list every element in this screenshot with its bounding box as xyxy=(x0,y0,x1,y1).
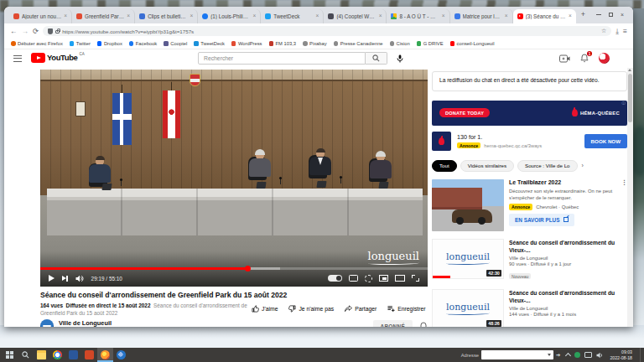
back-button[interactable]: ← xyxy=(10,28,18,35)
related-video[interactable]: longueuil 42:30 Séance du conseil d'arro… xyxy=(432,239,627,282)
chips-scroll-icon[interactable]: › xyxy=(582,163,584,168)
taskbar-search-button[interactable] xyxy=(18,348,34,362)
tab-close-icon[interactable]: × xyxy=(64,13,67,19)
firefox-icon-active[interactable] xyxy=(97,348,113,362)
maximize-button[interactable] xyxy=(609,13,613,17)
bookmark-item[interactable]: Twitter xyxy=(70,41,91,46)
browser-tab[interactable]: 8 - A O Û T - Google D × xyxy=(387,9,449,23)
promoted-thumbnail[interactable] xyxy=(432,179,504,231)
volume-tray-icon[interactable] xyxy=(596,352,604,359)
hidden-icons-chevron[interactable] xyxy=(565,353,571,359)
new-tab-button[interactable]: + xyxy=(576,10,590,20)
chip-source[interactable]: Source : Ville de Lo xyxy=(517,160,578,172)
bookmark-item[interactable]: conseil-Longueuil xyxy=(450,41,495,46)
fullscreen-icon[interactable] xyxy=(412,275,419,282)
tracking-shield-icon[interactable] xyxy=(48,28,53,34)
bookmark-star-icon[interactable]: ☆ xyxy=(601,28,606,34)
address-input[interactable] xyxy=(481,350,553,359)
create-video-icon[interactable] xyxy=(559,54,570,63)
bookmark-item[interactable]: FM 103,3 xyxy=(269,41,297,46)
learn-more-button[interactable]: EN SAVOIR PLUS xyxy=(509,214,574,226)
reload-button[interactable]: ⟳ xyxy=(33,28,39,35)
share-button[interactable]: Partager xyxy=(345,305,377,313)
browser-tab[interactable]: (4) Cooptel Webmail × xyxy=(324,9,387,23)
chip-tout[interactable]: Tout xyxy=(432,160,457,172)
scroll-up-arrow[interactable] xyxy=(628,69,631,71)
minimize-button[interactable] xyxy=(596,14,601,15)
book-now-button[interactable]: BOOK NOW xyxy=(584,134,627,148)
address-bar[interactable]: https://www.youtube.com/watch?v=eiypbtYp… xyxy=(43,26,611,36)
tray-app-icon[interactable] xyxy=(574,352,580,358)
dropdown-icon[interactable] xyxy=(548,354,551,356)
tab-close-icon[interactable]: × xyxy=(379,13,382,19)
chip-videos-similaires[interactable]: Vidéos similaires xyxy=(460,160,514,172)
ad-info-icon[interactable]: ⓘ xyxy=(622,101,626,106)
thunderbird-icon[interactable] xyxy=(113,348,129,362)
word-icon[interactable] xyxy=(65,348,81,362)
bookmark-item[interactable]: Pixabay xyxy=(303,41,327,46)
bookmark-item[interactable]: Presse Canadienne xyxy=(334,41,383,46)
voice-search-button[interactable] xyxy=(393,52,406,65)
related-thumbnail[interactable]: longueuil 42:30 xyxy=(432,239,504,279)
go-button[interactable]: ➔ xyxy=(556,352,560,359)
browser-tab[interactable]: Greenfield Park exte × xyxy=(72,9,135,23)
browser-tab[interactable]: TweetDeck × xyxy=(261,9,324,23)
tab-close-icon[interactable]: × xyxy=(569,13,572,19)
notifications-button[interactable]: 1 xyxy=(580,54,589,63)
like-button[interactable]: J'aime xyxy=(252,305,278,313)
close-button[interactable]: × xyxy=(621,12,624,18)
browser-tab[interactable]: Ajouter un nouvel art × xyxy=(9,9,72,23)
miniplayer-icon[interactable] xyxy=(379,275,388,282)
bookmark-item[interactable]: Dropbox xyxy=(97,41,122,46)
youtube-logo[interactable]: YouTube CA xyxy=(31,53,85,63)
scrollbar-thumb[interactable] xyxy=(628,74,632,122)
subscribed-button[interactable]: ABONNÉ xyxy=(373,320,413,327)
menu-icon[interactable]: ≡ xyxy=(623,28,627,35)
related-video[interactable]: longueuil 48:26 Séance du conseil d'arro… xyxy=(432,289,627,327)
next-button[interactable] xyxy=(62,276,68,282)
taskbar-clock[interactable]: 09:03 2022-08-18 xyxy=(608,349,636,360)
downloads-icon[interactable]: ⤓ xyxy=(615,28,619,35)
browser-tab[interactable]: Clips et bulletins - D × xyxy=(135,9,198,23)
related-thumbnail[interactable]: longueuil 48:26 xyxy=(432,289,504,327)
powerpoint-icon[interactable] xyxy=(81,348,97,362)
tab-close-icon[interactable]: × xyxy=(127,13,130,19)
chrome-icon[interactable] xyxy=(49,348,65,362)
promoted-title[interactable]: Le Trailblazer 2022 xyxy=(509,179,561,186)
file-explorer-icon[interactable] xyxy=(34,348,49,362)
bookmark-item[interactable]: Cooptel xyxy=(164,41,187,46)
bookmark-item[interactable]: TweetDeck xyxy=(194,41,225,46)
account-avatar[interactable] xyxy=(599,53,610,64)
donate-button[interactable]: DONATE TODAY xyxy=(439,108,490,117)
theater-mode-icon[interactable] xyxy=(395,275,405,282)
bookmark-item[interactable]: WordPress xyxy=(231,41,262,46)
tab-close-icon[interactable]: × xyxy=(505,13,508,19)
volume-icon[interactable] xyxy=(75,275,84,282)
save-button[interactable]: Enregistrer xyxy=(387,305,425,313)
channel-bell-icon[interactable] xyxy=(419,322,428,328)
ad-banner-hema-quebec[interactable]: DONATE TODAY HÉMA-QUÉBEC ⓘ xyxy=(432,101,627,126)
browser-tab[interactable]: (1) Louis-Philippe G × xyxy=(198,9,261,23)
page-scrollbar[interactable] xyxy=(627,68,633,327)
bookmark-item[interactable]: Facebook xyxy=(129,41,157,46)
tab-close-icon[interactable]: × xyxy=(190,13,193,19)
browser-tab-active-youtube[interactable]: (3) Séance du consei × xyxy=(513,9,576,23)
promoted-video[interactable]: Le Trailblazer 2022 ⋮ Découvrez son styl… xyxy=(432,179,627,231)
start-button[interactable] xyxy=(2,348,18,362)
browser-tab[interactable]: Matrice pour les suje × xyxy=(450,9,513,23)
search-input[interactable]: Rechercher xyxy=(198,52,366,65)
hamburger-menu-icon[interactable] xyxy=(13,55,22,62)
subtitles-icon[interactable] xyxy=(349,275,358,282)
ad-headline[interactable]: 130 for 1. xyxy=(457,133,542,141)
settings-gear-icon[interactable] xyxy=(365,275,372,282)
tab-close-icon[interactable]: × xyxy=(442,13,445,19)
bookmark-item[interactable]: Cision xyxy=(390,41,410,46)
tab-close-icon[interactable]: × xyxy=(316,13,319,19)
play-button[interactable] xyxy=(49,275,55,282)
video-player[interactable]: longueuil 29:19 / 55:10 xyxy=(40,70,428,287)
channel-name[interactable]: Ville de Longueuil xyxy=(59,319,112,327)
autoplay-toggle[interactable] xyxy=(328,275,342,282)
tab-close-icon[interactable]: × xyxy=(253,13,257,19)
lock-icon[interactable] xyxy=(55,30,60,34)
show-desktop-button[interactable] xyxy=(640,348,642,362)
